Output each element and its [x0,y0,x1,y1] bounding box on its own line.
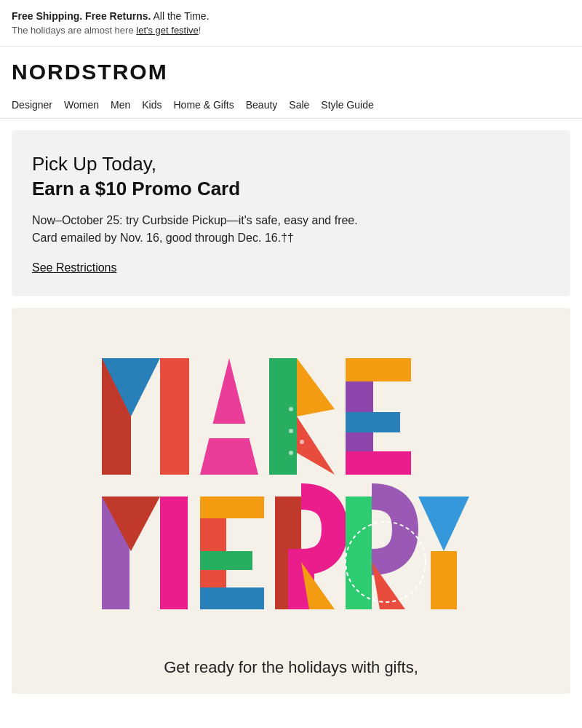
svg-rect-19 [200,587,264,609]
promo-body-line2: Card emailed by Nov. 16, good through De… [32,232,294,244]
svg-point-28 [289,429,293,433]
promo-body-line1: Now–October 25: try Curbside Pickup—it's… [32,214,358,226]
promo-title-line2: Earn a $10 Promo Card [32,177,550,202]
svg-point-27 [300,418,304,422]
promo-title-line1: Pick Up Today, [32,153,156,175]
nav-item-women[interactable]: Women [64,92,111,118]
nordstrom-logo[interactable]: NORDSTROM [12,60,570,84]
svg-point-26 [289,407,293,411]
svg-marker-6 [297,358,335,416]
shipping-regular: All the Time. [151,10,209,22]
svg-rect-15 [160,496,188,609]
main-nav: Designer Women Men Kids Home & Gifts Bea… [0,92,582,119]
svg-rect-4 [207,424,251,438]
sub-text: The holidays are almost here [12,25,136,36]
svg-point-30 [289,451,293,455]
svg-rect-10 [346,412,400,432]
svg-marker-7 [297,416,335,475]
promo-body: Now–October 25: try Curbside Pickup—it's… [32,212,550,247]
svg-point-29 [300,440,304,444]
svg-rect-9 [346,358,411,381]
nav-item-men[interactable]: Men [111,92,142,118]
nav-item-home-gifts[interactable]: Home & Gifts [173,92,245,118]
shipping-message: Free Shipping. Free Returns. All the Tim… [12,10,570,22]
top-banner: Free Shipping. Free Returns. All the Tim… [0,0,582,47]
holiday-sub-message: The holidays are almost here let's get f… [12,25,570,36]
nav-item-beauty[interactable]: Beauty [246,92,290,118]
logo-area: NORDSTROM [0,47,582,92]
svg-rect-17 [200,496,264,518]
promo-card: Pick Up Today, Earn a $10 Promo Card Now… [12,130,570,296]
svg-marker-24 [418,496,469,551]
svg-rect-25 [431,551,457,609]
make-merry-svg [95,336,487,628]
shipping-bold: Free Shipping. Free Returns. [12,10,151,22]
make-merry-graphic [12,308,570,642]
nav-item-kids[interactable]: Kids [142,92,173,118]
promo-title: Pick Up Today, Earn a $10 Promo Card [32,152,550,202]
svg-marker-3 [200,358,258,475]
svg-rect-2 [160,358,189,475]
nav-item-designer[interactable]: Designer [12,92,64,118]
nav-item-style-guide[interactable]: Style Guide [321,92,385,118]
sub-end: ! [199,25,202,36]
make-merry-subtitle: Get ready for the holidays with gifts, [142,642,440,694]
make-merry-banner: Get ready for the holidays with gifts, [12,308,570,694]
nav-item-sale[interactable]: Sale [289,92,321,118]
see-restrictions-link[interactable]: See Restrictions [32,261,117,274]
svg-rect-11 [346,451,411,475]
svg-rect-5 [269,358,297,475]
festive-link[interactable]: let's get festive [136,25,199,36]
svg-rect-18 [200,551,252,570]
